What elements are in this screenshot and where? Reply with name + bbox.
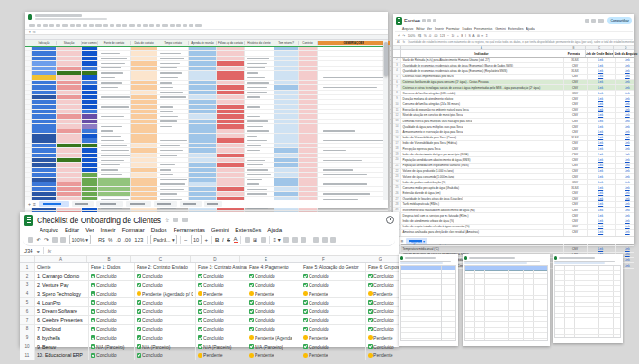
- indicator-cell[interactable]: População atendida com esgotamento sanit…: [401, 164, 564, 168]
- cell[interactable]: [158, 129, 189, 133]
- row-number[interactable]: 12: [393, 113, 401, 118]
- toolbar-icon[interactable]: [162, 24, 168, 28]
- menu-item[interactable]: Editar: [416, 27, 424, 31]
- cell[interactable]: [131, 192, 158, 196]
- observation-cell[interactable]: [318, 187, 391, 191]
- download-link[interactable]: Link: [588, 124, 616, 129]
- cell[interactable]: [274, 57, 299, 60]
- cell[interactable]: [245, 120, 274, 123]
- cell[interactable]: [131, 95, 158, 99]
- cell[interactable]: [98, 110, 131, 113]
- cell[interactable]: [82, 144, 98, 147]
- file-link[interactable]: Link: [616, 119, 639, 123]
- format-cell[interactable]: CSV: [564, 152, 588, 156]
- format-cell[interactable]: CSV: [564, 75, 588, 79]
- crm-scrollbar[interactable]: [383, 40, 388, 200]
- cell[interactable]: [189, 168, 217, 172]
- format-cell[interactable]: CSV: [564, 164, 588, 168]
- download-link[interactable]: Link: [588, 169, 616, 173]
- download-link[interactable]: Link: [588, 119, 616, 123]
- cell[interactable]: [299, 182, 318, 186]
- cell[interactable]: [158, 134, 189, 138]
- phase-status-cell[interactable]: Concluído: [302, 325, 366, 333]
- row-number[interactable]: 7: [393, 85, 401, 90]
- phase-status-cell[interactable]: Pendente: [302, 351, 366, 360]
- rotate-icon[interactable]: [301, 237, 306, 243]
- indicator-cell[interactable]: Temperatura média anual (°C): [401, 246, 564, 251]
- cell[interactable]: [131, 105, 158, 109]
- phase-status-cell[interactable]: Concluído: [89, 307, 135, 315]
- toolbar-icon[interactable]: [62, 24, 68, 28]
- cell[interactable]: [131, 47, 158, 50]
- column-header-cell[interactable]: Fase 5: Alocação do Gestor: [302, 263, 366, 271]
- cell[interactable]: [158, 182, 189, 186]
- phase-status-cell[interactable]: Concluído: [248, 316, 302, 324]
- file-link[interactable]: Link: [616, 68, 639, 73]
- download-link[interactable]: Link: [588, 146, 616, 151]
- cell[interactable]: [131, 100, 158, 103]
- cell[interactable]: [32, 158, 57, 162]
- cell[interactable]: [245, 178, 274, 182]
- row-number[interactable]: 25: [393, 185, 401, 190]
- menu-item[interactable]: Ver: [428, 27, 432, 31]
- cell[interactable]: [274, 173, 299, 176]
- toolbar-icon[interactable]: [56, 24, 60, 28]
- column-letter[interactable]: E: [240, 256, 292, 262]
- download-link[interactable]: Link: [588, 208, 616, 212]
- client-cell[interactable]: 1. Camargo Odonto: [35, 272, 89, 280]
- cell[interactable]: [274, 100, 299, 103]
- indicator-cell[interactable]: Quantidade de ligações ativas de água (L…: [401, 197, 564, 201]
- format-cell[interactable]: CSV: [564, 141, 588, 146]
- menu-item[interactable]: Arquivo: [40, 226, 58, 233]
- cell[interactable]: [245, 100, 274, 103]
- cell[interactable]: [274, 120, 299, 123]
- cell[interactable]: [299, 71, 318, 75]
- observation-cell[interactable]: [318, 134, 391, 138]
- sheet-tab[interactable]: Página1 ▾: [406, 238, 428, 244]
- cell[interactable]: [189, 178, 217, 182]
- cell[interactable]: [245, 51, 274, 55]
- row-number[interactable]: [25, 182, 32, 186]
- download-link[interactable]: Link: [588, 218, 616, 223]
- cell[interactable]: [158, 57, 189, 60]
- toolbar-icon[interactable]: [37, 24, 41, 28]
- cell[interactable]: [57, 192, 82, 196]
- redo-icon[interactable]: ↷: [44, 236, 49, 243]
- cell[interactable]: [245, 129, 274, 133]
- toolbar-icon[interactable]: [122, 24, 127, 28]
- cell[interactable]: [32, 168, 57, 172]
- cell[interactable]: [299, 144, 318, 147]
- cell[interactable]: [57, 154, 82, 157]
- cell[interactable]: [158, 85, 189, 89]
- row-number[interactable]: 26: [393, 191, 401, 196]
- cell[interactable]: [57, 182, 82, 186]
- column-header-cell[interactable]: Fase 1: Dados: [89, 263, 135, 271]
- undo-icon[interactable]: ↶: [37, 236, 41, 243]
- cell[interactable]: [245, 85, 274, 89]
- cell[interactable]: [158, 47, 189, 50]
- indicator-cell[interactable]: Volume de água consumido (1.000 m³/ano): [401, 174, 564, 179]
- cell[interactable]: [189, 57, 217, 60]
- indicator-cell[interactable]: Qualidade da água para múltiplos usos pa…: [401, 124, 564, 129]
- cell[interactable]: [57, 51, 82, 55]
- cell[interactable]: [32, 192, 57, 196]
- cell[interactable]: [158, 51, 189, 55]
- cell[interactable]: [189, 144, 217, 147]
- cell[interactable]: [217, 129, 245, 133]
- download-link[interactable]: Link: [588, 113, 616, 118]
- cell[interactable]: [158, 120, 189, 123]
- cell[interactable]: [274, 144, 299, 147]
- observation-cell[interactable]: [318, 85, 391, 89]
- toolbar-icon[interactable]: A: [472, 34, 474, 38]
- sheet-tab[interactable]: [154, 201, 177, 207]
- cell[interactable]: [82, 163, 98, 166]
- cell[interactable]: [98, 57, 131, 60]
- phase-status-cell[interactable]: N/A (Parceiro): [196, 342, 248, 351]
- cell[interactable]: [217, 124, 245, 128]
- cell[interactable]: [98, 67, 131, 70]
- cell[interactable]: [57, 168, 82, 172]
- download-link[interactable]: Link: [588, 91, 616, 95]
- row-number[interactable]: 4: [393, 68, 401, 73]
- phase-status-cell[interactable]: N/A (Parceiro): [248, 342, 302, 351]
- download-link[interactable]: Link: [588, 197, 616, 201]
